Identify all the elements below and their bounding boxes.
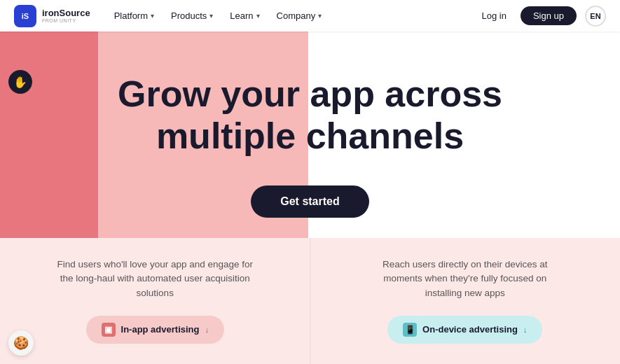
nav-actions: Log in Sign up EN (476, 6, 606, 27)
logo[interactable]: iS ironSource FROM UNITY (14, 5, 90, 27)
card-left-text: Find users who'll love your app and enga… (57, 258, 253, 300)
card-on-device: Reach users directly on their devices at… (310, 238, 621, 364)
navbar: iS ironSource FROM UNITY Platform ▾ Prod… (0, 0, 620, 31)
chevron-down-icon: ▾ (318, 12, 322, 20)
on-device-advertising-button[interactable]: 📱 On-device advertising ↓ (387, 316, 542, 344)
cookie-consent-button[interactable]: 🍪 (8, 330, 34, 356)
in-app-icon: ▣ (102, 323, 116, 337)
nav-item-company[interactable]: Company ▾ (270, 6, 329, 25)
language-selector[interactable]: EN (585, 6, 606, 27)
hand-icon[interactable]: ✋ (8, 70, 32, 94)
logo-brand: ironSource (42, 8, 90, 18)
hero-content: Grow your app across multiple channels G… (0, 31, 620, 218)
login-button[interactable]: Log in (476, 7, 511, 24)
nav-item-products[interactable]: Products ▾ (164, 6, 220, 25)
logo-sub: FROM UNITY (42, 18, 90, 24)
card-right-text: Reach users directly on their devices at… (367, 258, 563, 300)
chevron-down-icon: ▾ (209, 12, 213, 20)
cards-area: Find users who'll love your app and enga… (0, 238, 620, 364)
logo-icon: iS (14, 5, 36, 27)
chevron-down-icon: ▾ (256, 12, 260, 20)
nav-item-platform[interactable]: Platform ▾ (107, 6, 161, 25)
on-device-icon: 📱 (403, 323, 417, 337)
nav-item-learn[interactable]: Learn ▾ (223, 6, 266, 25)
get-started-button[interactable]: Get started (251, 186, 368, 218)
in-app-advertising-button[interactable]: ▣ In-app advertising ↓ (86, 316, 224, 344)
card-in-app: Find users who'll love your app and enga… (0, 238, 310, 364)
arrow-down-icon: ↓ (523, 326, 528, 334)
on-device-label: On-device advertising (422, 324, 518, 335)
signup-button[interactable]: Sign up (521, 6, 577, 25)
nav-links: Platform ▾ Products ▾ Learn ▾ Company ▾ (107, 6, 476, 25)
in-app-label: In-app advertising (121, 324, 200, 335)
hero-section: ✋ Grow your app across multiple channels… (0, 31, 620, 364)
arrow-down-icon: ↓ (205, 326, 209, 334)
hero-title: Grow your app across multiple channels (118, 74, 502, 158)
chevron-down-icon: ▾ (151, 12, 154, 20)
